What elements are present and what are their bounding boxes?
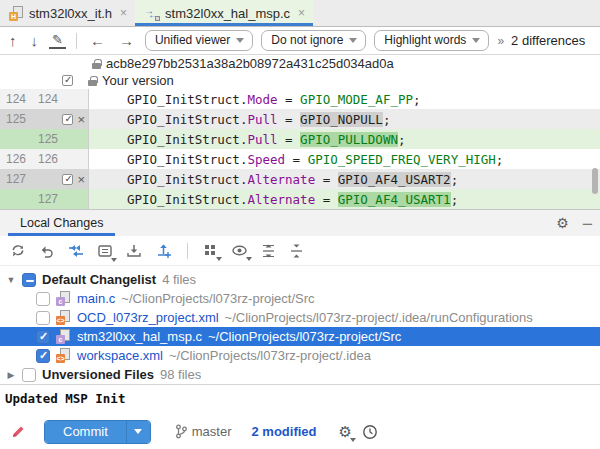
toolbar-divider	[187, 243, 188, 259]
code-changed-word: GPIO_AF4_USART1	[338, 192, 451, 207]
changelist-checkbox[interactable]	[22, 273, 36, 287]
unversioned-checkbox[interactable]	[22, 368, 36, 382]
next-difference-icon[interactable]: ↓	[28, 32, 42, 49]
unversioned-files-row[interactable]: ▶ Unversioned Files 98 files	[0, 365, 600, 384]
branch-widget[interactable]: master	[175, 424, 232, 439]
line-number-right: 124	[38, 92, 66, 106]
hide-panel-icon[interactable]: ─	[583, 216, 592, 231]
file-row-ocd-xml[interactable]: <> OCD_l073rz_project.xml ~/ClionProject…	[0, 308, 600, 327]
chevron-expanded-icon[interactable]: ▼	[6, 275, 16, 285]
code-line[interactable]: GPIO_InitStruct.Alternate = GPIO_AF4_USA…	[89, 189, 600, 209]
ide-window: H stm32l0xx_it.h × →← stm32l0xx_hal_msp.…	[0, 0, 600, 449]
diff-line-removed: 125 × GPIO_InitStruct.Pull = GPIO_NOPULL…	[0, 109, 600, 129]
back-icon[interactable]: ←	[87, 32, 108, 49]
history-clock-icon[interactable]	[362, 424, 378, 440]
jump-to-source-icon[interactable]: ✎	[49, 32, 66, 49]
gutter: 125 ×	[0, 109, 89, 129]
code-line[interactable]: GPIO_InitStruct.Alternate = GPIO_AF4_USA…	[89, 169, 600, 189]
gutter: 126 126	[0, 149, 89, 169]
xml-file-icon: <>	[56, 310, 71, 325]
exclude-chunk-icon[interactable]: ×	[77, 112, 85, 127]
highlight-mode-select[interactable]: Highlight words	[374, 30, 489, 51]
code-object: GPIO_InitStruct.	[127, 152, 247, 167]
code-operator: =	[278, 112, 301, 127]
diff-line-added: 125 GPIO_InitStruct.Pull = GPIO_PULLDOWN…	[0, 129, 600, 149]
tab-label: stm32l0xx_it.h	[29, 6, 112, 21]
xml-file-icon: <>	[56, 348, 71, 363]
code-semicolon: ;	[451, 192, 459, 207]
rollback-icon[interactable]	[39, 243, 55, 259]
gutter: 127	[0, 189, 89, 209]
tab-local-changes[interactable]: Local Changes	[8, 210, 115, 236]
whitespace-ignore-select[interactable]: Do not ignore	[261, 30, 366, 51]
commit-message-editor[interactable]: Updated MSP Init	[0, 384, 600, 414]
highlight-mode-value: Highlight words	[384, 33, 466, 47]
previous-difference-icon[interactable]: ↑	[6, 32, 20, 49]
move-changes-icon[interactable]	[155, 243, 172, 259]
commit-bottom-bar: Commit master 2 modified ⚙	[0, 414, 600, 449]
code-changed-word: GPIO_NOPULL	[300, 112, 383, 127]
include-chunk-checkbox[interactable]	[62, 174, 73, 185]
whitespace-ignore-value: Do not ignore	[271, 33, 343, 47]
line-number-left: 126	[6, 152, 30, 166]
file-checkbox[interactable]	[36, 311, 50, 325]
commit-settings-gear-icon[interactable]: ⚙	[339, 424, 352, 439]
modified-count-link[interactable]: 2 modified	[252, 424, 317, 439]
code-field: Mode	[247, 92, 277, 107]
tab-stm32l0xx-it-h[interactable]: H stm32l0xx_it.h ×	[0, 0, 135, 26]
file-row-stm32-hal-msp[interactable]: c stm32l0xx_hal_msp.c ~/ClionProjects/l0…	[0, 327, 600, 346]
file-row-main-c[interactable]: c main.c ~/ClionProjects/l073rz-project/…	[0, 289, 600, 308]
file-checkbox[interactable]	[36, 292, 50, 306]
changelist-row[interactable]: ▼ Default Changelist 4 files	[0, 270, 600, 289]
your-version-row: Your version	[0, 72, 600, 89]
diff-toolbar: ↑ ↓ ✎ ← → Unified viewer Do not ignore H…	[0, 27, 600, 55]
unversioned-count: 98 files	[160, 367, 201, 382]
exclude-chunk-icon[interactable]: ×	[77, 172, 85, 187]
chevron-collapsed-icon[interactable]: ▶	[6, 370, 16, 380]
include-change-checkbox[interactable]	[62, 75, 73, 86]
chevron-down-icon	[472, 38, 480, 43]
code-field: Pull	[247, 112, 277, 127]
commit-button[interactable]: Commit	[45, 421, 126, 443]
tab-label: stm32l0xx_hal_msp.c	[165, 6, 290, 21]
show-diff-icon[interactable]	[68, 243, 84, 259]
code-line[interactable]: GPIO_InitStruct.Pull = GPIO_NOPULL;	[89, 109, 600, 129]
viewer-mode-select[interactable]: Unified viewer	[145, 30, 253, 51]
settings-gear-icon[interactable]: ⚙	[556, 216, 569, 230]
file-path: ~/ClionProjects/l073rz-project/Src	[121, 291, 314, 306]
close-icon[interactable]: ×	[120, 6, 127, 20]
diff-editor: acb8e297bb2531a38a2b08972a431c25d034ad0a…	[0, 55, 600, 209]
commit-options-dropdown[interactable]	[126, 421, 150, 443]
code-line[interactable]: GPIO_InitStruct.Pull = GPIO_PULLDOWN;	[89, 129, 600, 149]
code-object: GPIO_InitStruct.	[127, 192, 247, 207]
edit-commit-message-icon[interactable]	[10, 424, 26, 440]
file-checkbox[interactable]	[36, 349, 50, 363]
toolbar-divider	[76, 33, 77, 49]
group-by-icon[interactable]	[203, 243, 218, 258]
line-number-right: 125	[38, 132, 66, 146]
forward-icon[interactable]: →	[116, 32, 137, 49]
expand-all-icon[interactable]	[261, 243, 276, 259]
toolbar-overflow-icon[interactable]: »	[497, 34, 503, 48]
unversioned-name: Unversioned Files	[42, 367, 154, 382]
include-chunk-checkbox[interactable]	[62, 114, 73, 125]
code-line[interactable]: GPIO_InitStruct.Mode = GPIO_MODE_AF_PP;	[89, 89, 600, 109]
code-field: Alternate	[247, 192, 315, 207]
collapse-all-icon[interactable]	[289, 243, 304, 259]
close-icon[interactable]: ×	[298, 6, 305, 20]
changelist-details-icon[interactable]	[97, 243, 113, 259]
code-constant: GPIO_MODE_AF_PP	[300, 92, 413, 107]
changelist-count: 4 files	[162, 272, 196, 287]
shelve-icon[interactable]	[126, 243, 142, 259]
scrollbar-thumb[interactable]	[592, 168, 598, 194]
lock-icon	[92, 59, 101, 69]
revision-hash-row: acb8e297bb2531a38a2b08972a431c25d034ad0a	[0, 55, 600, 72]
code-object: GPIO_InitStruct.	[127, 132, 247, 147]
preview-diff-icon[interactable]	[231, 243, 248, 258]
editor-tab-bar: H stm32l0xx_it.h × →← stm32l0xx_hal_msp.…	[0, 0, 600, 27]
file-checkbox[interactable]	[36, 330, 50, 344]
refresh-icon[interactable]	[10, 243, 26, 259]
file-row-workspace-xml[interactable]: <> workspace.xml ~/ClionProjects/l073rz-…	[0, 346, 600, 365]
tab-stm32l0xx-hal-msp-c[interactable]: →← stm32l0xx_hal_msp.c ×	[135, 0, 313, 26]
code-line[interactable]: GPIO_InitStruct.Speed = GPIO_SPEED_FREQ_…	[89, 149, 600, 169]
